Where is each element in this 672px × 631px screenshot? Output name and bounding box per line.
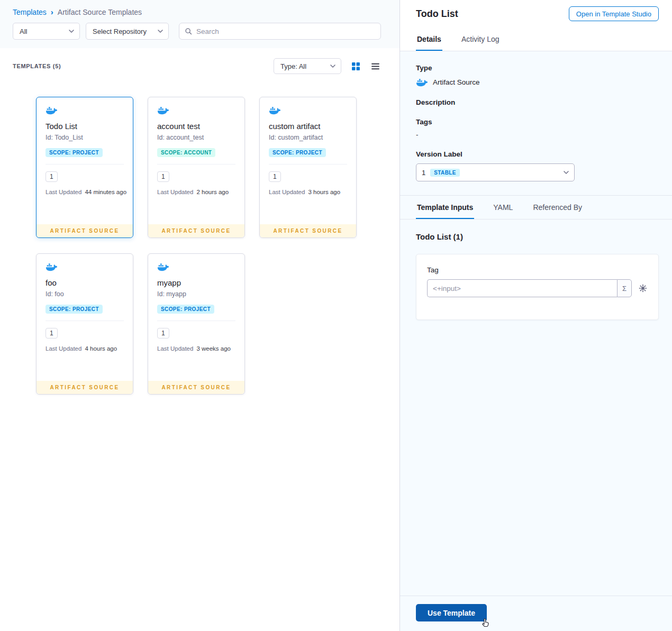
- last-updated: Last Updated 4 hours ago: [46, 345, 124, 352]
- template-card-foo[interactable]: foo Id: foo SCOPE: PROJECT 1 Last Update…: [36, 253, 133, 395]
- template-type-footer: ARTIFACT SOURCE: [37, 224, 133, 237]
- docker-icon: [46, 262, 58, 271]
- artifact-source-templates-page: Templates › Artifact Source Templates Al…: [0, 0, 672, 631]
- docker-icon: [269, 106, 281, 115]
- breadcrumb-separator-icon: ›: [51, 7, 53, 16]
- divider: [157, 164, 235, 164]
- grid-view-icon: [351, 62, 360, 71]
- divider: [157, 321, 235, 321]
- description-label: Description: [416, 98, 656, 106]
- template-id: Id: custom_artifact: [269, 134, 347, 141]
- template-list-pane: Templates › Artifact Source Templates Al…: [0, 0, 399, 631]
- last-updated-value: 2 hours ago: [196, 189, 229, 195]
- type-filter-select[interactable]: Type: All: [274, 58, 341, 74]
- list-header-controls: Type: All: [274, 58, 380, 74]
- divider: [46, 321, 124, 321]
- expression-button[interactable]: Σ: [617, 279, 632, 297]
- last-updated-value: 3 hours ago: [308, 189, 340, 195]
- template-card-account-test[interactable]: account test Id: account_test SCOPE: ACC…: [148, 97, 245, 238]
- topbar: Templates › Artifact Source Templates Al…: [0, 0, 399, 48]
- stable-badge: STABLE: [430, 169, 460, 177]
- version-count-badge: 1: [269, 171, 281, 182]
- template-card-todo-list[interactable]: Todo List Id: Todo_List SCOPE: PROJECT 1…: [36, 97, 133, 238]
- docker-icon: [46, 106, 58, 115]
- version-count-badge: 1: [157, 328, 169, 339]
- last-updated: Last Updated 3 weeks ago: [157, 345, 235, 352]
- version-number: 1: [422, 169, 425, 177]
- tab-yaml[interactable]: YAML: [492, 196, 514, 219]
- chevron-down-icon: [69, 30, 74, 33]
- inputs-section-title: Todo List (1): [416, 232, 659, 241]
- last-updated-label: Last Updated: [46, 189, 81, 195]
- panel-title: Todo List: [416, 8, 458, 20]
- last-updated-value: 3 weeks ago: [196, 345, 231, 352]
- gear-icon[interactable]: [638, 284, 648, 293]
- last-updated-value: 44 minutes ago: [85, 189, 126, 195]
- template-type-footer: ARTIFACT SOURCE: [148, 381, 244, 394]
- repository-filter-value: Select Repository: [93, 28, 147, 35]
- docker-icon: [157, 106, 169, 115]
- template-inputs-section: Todo List (1) Tag Σ: [400, 220, 672, 596]
- template-card-myapp[interactable]: myapp Id: myapp SCOPE: PROJECT 1 Last Up…: [148, 253, 245, 395]
- template-cards-grid: Todo List Id: Todo_List SCOPE: PROJECT 1…: [0, 97, 399, 395]
- type-label: Type: [416, 64, 656, 72]
- divider: [269, 164, 347, 164]
- search-input[interactable]: [196, 28, 375, 35]
- details-section: Type Artifact Source Description Tags - …: [400, 51, 672, 196]
- last-updated-label: Last Updated: [157, 189, 193, 195]
- scope-badge: SCOPE: PROJECT: [269, 148, 326, 157]
- template-card-custom-artifact[interactable]: custom artifact Id: custom_artifact SCOP…: [259, 97, 357, 238]
- templates-count-label: TEMPLATES (5): [13, 63, 61, 69]
- version-count-badge: 1: [157, 171, 169, 182]
- last-updated-label: Last Updated: [46, 345, 81, 352]
- type-filter-value: Type: All: [280, 62, 306, 70]
- template-name: account test: [157, 122, 235, 131]
- template-type-footer: ARTIFACT SOURCE: [260, 224, 356, 237]
- inputs-tab-bar: Template Inputs YAML Referenced By: [400, 196, 672, 220]
- search-icon: [185, 28, 192, 35]
- scope-filter-select[interactable]: All: [13, 23, 80, 40]
- template-name: Todo List: [46, 122, 124, 131]
- list-view-button[interactable]: [370, 61, 380, 71]
- template-id: Id: foo: [46, 290, 124, 298]
- tab-template-inputs[interactable]: Template Inputs: [416, 196, 474, 219]
- breadcrumb-current: Artifact Source Templates: [58, 8, 142, 16]
- tag-input[interactable]: [427, 279, 617, 297]
- grid-view-button[interactable]: [350, 61, 361, 71]
- panel-footer: Use Template: [400, 596, 672, 631]
- open-in-template-studio-button[interactable]: Open in Template Studio: [569, 6, 659, 21]
- repository-filter-select[interactable]: Select Repository: [86, 23, 169, 40]
- use-template-button[interactable]: Use Template: [416, 604, 487, 621]
- panel-header: Todo List Open in Template Studio: [400, 0, 672, 28]
- last-updated-label: Last Updated: [157, 345, 193, 352]
- tags-value: -: [416, 131, 656, 139]
- version-select[interactable]: 1 STABLE: [416, 163, 575, 181]
- list-header: TEMPLATES (5) Type: All: [0, 58, 399, 75]
- breadcrumb-templates-link[interactable]: Templates: [13, 8, 47, 16]
- docker-icon: [157, 262, 169, 271]
- scope-badge: SCOPE: PROJECT: [46, 148, 103, 157]
- tags-label: Tags: [416, 118, 656, 126]
- list-view-icon: [371, 62, 380, 71]
- tab-activity-log[interactable]: Activity Log: [460, 28, 501, 51]
- template-id: Id: Todo_List: [46, 134, 124, 141]
- breadcrumb: Templates › Artifact Source Templates: [13, 7, 387, 16]
- details-tab-bar: Details Activity Log: [400, 28, 672, 51]
- tab-details[interactable]: Details: [416, 28, 442, 51]
- template-id: Id: myapp: [157, 290, 235, 298]
- version-count-badge: 1: [46, 328, 58, 339]
- chevron-down-icon: [158, 30, 163, 33]
- template-name: foo: [46, 278, 124, 287]
- tab-referenced-by[interactable]: Referenced By: [532, 196, 583, 219]
- last-updated: Last Updated 44 minutes ago: [46, 189, 124, 195]
- last-updated: Last Updated 2 hours ago: [157, 189, 235, 195]
- template-type-footer: ARTIFACT SOURCE: [37, 381, 133, 394]
- template-id: Id: account_test: [157, 134, 235, 141]
- type-value: Artifact Source: [433, 78, 480, 86]
- scope-filter-value: All: [20, 28, 27, 35]
- search-box[interactable]: [179, 23, 381, 40]
- template-type-footer: ARTIFACT SOURCE: [148, 224, 244, 237]
- tag-input-card: Tag Σ: [416, 254, 659, 320]
- divider: [46, 164, 124, 164]
- last-updated-value: 4 hours ago: [85, 345, 117, 352]
